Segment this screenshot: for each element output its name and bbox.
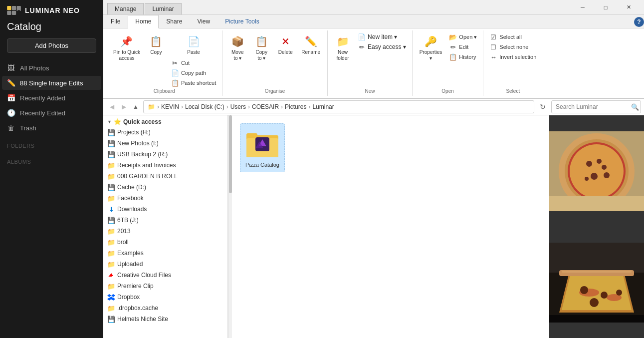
paste-button[interactable]: 📄 Paste bbox=[183, 32, 205, 58]
tab-manage[interactable]: Manage bbox=[107, 3, 144, 14]
move-label: Moveto ▾ bbox=[231, 49, 243, 61]
paste-extras: ✂ Cut 📄 Copy path 📋 Paste shortcut bbox=[169, 58, 218, 87]
minimize-button[interactable]: ─ bbox=[571, 0, 594, 15]
up-button[interactable]: ▲ bbox=[130, 101, 141, 112]
cut-button[interactable]: ✂ Cut bbox=[169, 58, 218, 67]
history-button[interactable]: 📋 History bbox=[447, 52, 479, 61]
tree-item-examples[interactable]: 📁 Examples bbox=[103, 248, 227, 259]
svg-rect-40 bbox=[549, 315, 644, 323]
copy-path-button[interactable]: 📄 Copy path bbox=[169, 68, 218, 77]
move-to-button[interactable]: 📦 Moveto ▾ bbox=[226, 32, 248, 63]
quick-access-header[interactable]: ▼ ⭐ Quick access bbox=[103, 115, 227, 127]
path-users[interactable]: Users bbox=[230, 103, 246, 110]
tab-picture-tools[interactable]: Picture Tools bbox=[217, 15, 266, 28]
tree-item-receipts[interactable]: 📁 Receipts and Invoices 📌 bbox=[103, 160, 227, 171]
copy-to-icon: 📋 bbox=[254, 34, 268, 48]
svg-rect-4 bbox=[12, 11, 16, 15]
copy-to-button[interactable]: 📋 Copyto ▾ bbox=[250, 32, 272, 63]
tree-item-premiere-clip[interactable]: 📁 Premiere Clip bbox=[103, 281, 227, 292]
organise-label: Organise bbox=[226, 87, 323, 94]
paste-group: 📄 Paste ✂ Cut 📄 Copy path bbox=[169, 32, 218, 87]
projects-icon: 💾 bbox=[107, 128, 115, 136]
sidebar-item-single-image-edits[interactable]: ✏️ 88 Single Image Edits bbox=[2, 76, 101, 90]
tab-luminar[interactable]: Luminar bbox=[145, 3, 181, 14]
new-group: 📁 Newfolder 📄 New item ▾ ✏ Easy access ▾ bbox=[328, 30, 413, 96]
explorer-container: Manage Luminar ─ □ ✕ File Home Share Vie… bbox=[103, 0, 644, 338]
edit-button[interactable]: ✏ Edit bbox=[447, 42, 479, 51]
2013-icon: 📁 bbox=[107, 227, 115, 235]
address-path[interactable]: 📁 › KEVIN › Local Disk (C:) › Users › CO… bbox=[143, 100, 534, 113]
tree-item-usb-backup[interactable]: 💾 USB Backup 2 (R:) 📌 bbox=[103, 149, 227, 160]
creative-cloud-icon bbox=[107, 271, 115, 279]
tree-item-garden[interactable]: 📁 000 GARDEN B ROLL 📌 bbox=[103, 171, 227, 182]
tree-scrollbar-thumb[interactable] bbox=[229, 115, 232, 193]
tree-item-6tb[interactable]: 💾 6TB (J:) 📌 bbox=[103, 215, 227, 226]
search-icon[interactable]: 🔍 bbox=[631, 103, 639, 111]
path-sep-0: › bbox=[157, 103, 159, 110]
add-photos-button[interactable]: Add Photos bbox=[7, 38, 96, 53]
open-button[interactable]: 📂 Open ▾ bbox=[447, 32, 479, 41]
select-items: ☑ Select all ☐ Select none ↔ Invert sele… bbox=[487, 30, 538, 87]
recently-added-icon: 📅 bbox=[7, 94, 15, 102]
select-none-button[interactable]: ☐ Select none bbox=[487, 42, 538, 51]
forward-button[interactable]: ▶ bbox=[118, 101, 129, 112]
quick-access-label: Quick access bbox=[123, 118, 162, 125]
close-button[interactable]: ✕ bbox=[617, 0, 640, 15]
easy-access-button[interactable]: ✏ Easy access ▾ bbox=[356, 42, 408, 51]
sidebar-item-all-photos[interactable]: 🖼 All Photos bbox=[2, 61, 101, 75]
paste-shortcut-label: Paste shortcut bbox=[181, 80, 216, 86]
maximize-button[interactable]: □ bbox=[594, 0, 617, 15]
tree-item-dropbox-cache[interactable]: 📁 .dropbox.cache bbox=[103, 303, 227, 314]
tab-file[interactable]: File bbox=[103, 15, 128, 28]
tree-item-projects[interactable]: 💾 Projects (H:) 📌 bbox=[103, 127, 227, 138]
tree-item-uploaded[interactable]: 📁 Uploaded bbox=[103, 259, 227, 270]
copy-button[interactable]: 📋 Copy bbox=[145, 32, 167, 57]
select-all-button[interactable]: ☑ Select all bbox=[487, 32, 538, 41]
tree-item-downloads[interactable]: ⬇ Downloads 📌 bbox=[103, 204, 227, 215]
new-folder-button[interactable]: 📁 Newfolder bbox=[332, 32, 354, 63]
invert-selection-button[interactable]: ↔ Invert selection bbox=[487, 52, 538, 61]
refresh-button[interactable]: ↻ bbox=[536, 100, 549, 113]
path-luminar[interactable]: Luminar bbox=[312, 103, 334, 110]
path-pictures[interactable]: Pictures bbox=[285, 103, 306, 110]
new-item-label: New item ▾ bbox=[368, 33, 397, 40]
rename-button[interactable]: ✏️ Rename bbox=[298, 32, 323, 57]
tab-home[interactable]: Home bbox=[128, 15, 159, 28]
tree-item-broll[interactable]: 📁 broll bbox=[103, 237, 227, 248]
svg-point-34 bbox=[580, 286, 588, 294]
photo-thumb-2 bbox=[549, 227, 644, 338]
path-coesair[interactable]: COESAIR bbox=[252, 103, 279, 110]
tree-item-new-photos[interactable]: 💾 New Photos (I:) 📌 bbox=[103, 138, 227, 149]
tree-item-cache[interactable]: 💾 Cache (D:) 📌 bbox=[103, 182, 227, 193]
path-local-disk[interactable]: Local Disk (C:) bbox=[185, 103, 224, 110]
back-button[interactable]: ◀ bbox=[106, 101, 117, 112]
pin-to-quick-access-button[interactable]: 📌 Pin to Quickaccess bbox=[110, 32, 143, 63]
delete-button[interactable]: ✕ Delete bbox=[274, 32, 296, 57]
tree-item-creative-cloud[interactable]: Creative Cloud Files bbox=[103, 270, 227, 281]
receipts-label: Receipts and Invoices bbox=[117, 162, 176, 169]
path-sep-1: › bbox=[181, 103, 183, 110]
search-input[interactable] bbox=[551, 100, 641, 113]
sidebar-item-recently-added[interactable]: 📅 Recently Added bbox=[2, 91, 101, 105]
tree-item-facebook[interactable]: 📁 Facebook bbox=[103, 193, 227, 204]
main-content: ▼ ⭐ Quick access 💾 Projects (H:) 📌 💾 New… bbox=[103, 115, 644, 338]
premiere-clip-label: Premiere Clip bbox=[117, 283, 154, 290]
sidebar-item-recently-edited[interactable]: 🕐 Recently Edited bbox=[2, 106, 101, 120]
tree-item-helmets[interactable]: 💾 Helmets Niche Site bbox=[103, 314, 227, 325]
properties-button[interactable]: 🔑 Properties▾ bbox=[417, 32, 445, 63]
path-kevin[interactable]: KEVIN bbox=[161, 103, 179, 110]
tab-share[interactable]: Share bbox=[159, 15, 190, 28]
svg-rect-3 bbox=[7, 11, 11, 15]
svg-rect-11 bbox=[246, 133, 257, 138]
cut-icon: ✂ bbox=[171, 59, 179, 67]
sidebar-item-trash[interactable]: 🗑 Trash bbox=[2, 121, 101, 135]
tree-item-dropbox[interactable]: Dropbox bbox=[103, 292, 227, 303]
tree-scrollbar[interactable] bbox=[228, 115, 232, 338]
tree-item-2013[interactable]: 📁 2013 bbox=[103, 226, 227, 237]
file-item-pizza-catalog[interactable]: Pizza Catalog bbox=[240, 123, 285, 172]
tab-view[interactable]: View bbox=[190, 15, 217, 28]
svg-rect-1 bbox=[12, 6, 16, 10]
help-button[interactable]: ? bbox=[634, 17, 644, 27]
paste-shortcut-button[interactable]: 📋 Paste shortcut bbox=[169, 78, 218, 87]
new-item-button[interactable]: 📄 New item ▾ bbox=[356, 32, 408, 41]
